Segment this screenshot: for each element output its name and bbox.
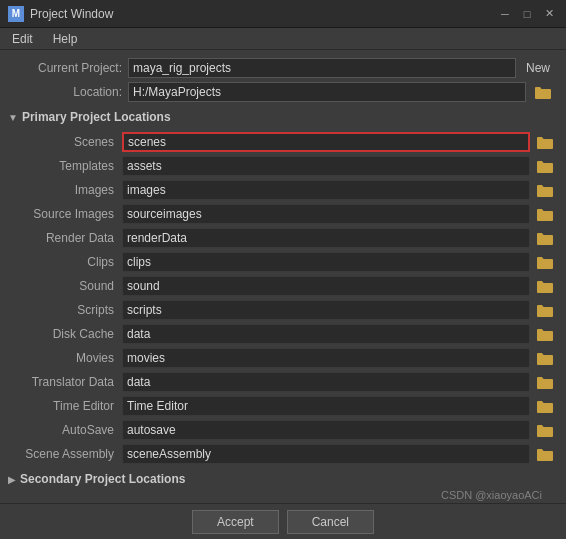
loc-label-11: Time Editor [0, 399, 118, 413]
loc-folder-btn-1[interactable] [534, 156, 556, 176]
loc-input-2[interactable] [122, 180, 530, 200]
loc-label-2: Images [0, 183, 118, 197]
location-row-5: Clips [0, 250, 564, 274]
loc-label-0: Scenes [0, 135, 118, 149]
accept-button[interactable]: Accept [192, 510, 279, 534]
folder-icon [537, 280, 553, 293]
loc-input-8[interactable] [122, 324, 530, 344]
main-content: Current Project: New Location: ▼ Primary… [0, 50, 566, 539]
loc-input-9[interactable] [122, 348, 530, 368]
menu-edit[interactable]: Edit [8, 30, 37, 48]
secondary-section-title: Secondary Project Locations [20, 472, 185, 486]
location-row-4: Render Data [0, 226, 564, 250]
location-row-6: Sound [0, 274, 564, 298]
loc-input-0[interactable] [122, 132, 530, 152]
scroll-container[interactable]: ▼ Primary Project Locations ScenesTempla… [0, 106, 566, 503]
loc-input-11[interactable] [122, 396, 530, 416]
loc-label-8: Disk Cache [0, 327, 118, 341]
current-project-label: Current Project: [12, 61, 122, 75]
loc-folder-btn-10[interactable] [534, 372, 556, 392]
loc-label-6: Sound [0, 279, 118, 293]
title-bar: M Project Window ─ □ ✕ [0, 0, 566, 28]
current-project-input[interactable] [128, 58, 516, 78]
loc-folder-btn-12[interactable] [534, 420, 556, 440]
location-folder-button[interactable] [532, 82, 554, 102]
folder-icon [537, 328, 553, 341]
loc-folder-btn-3[interactable] [534, 204, 556, 224]
location-row-11: Time Editor [0, 394, 564, 418]
location-row-3: Source Images [0, 202, 564, 226]
location-row-8: Disk Cache [0, 322, 564, 346]
location-row-12: AutoSave [0, 418, 564, 442]
loc-folder-btn-9[interactable] [534, 348, 556, 368]
loc-label-10: Translator Data [0, 375, 118, 389]
folder-icon [537, 352, 553, 365]
loc-folder-btn-8[interactable] [534, 324, 556, 344]
loc-folder-btn-13[interactable] [534, 444, 556, 464]
secondary-section-arrow: ▶ [8, 474, 16, 485]
loc-input-4[interactable] [122, 228, 530, 248]
location-row-13: Scene Assembly [0, 442, 564, 466]
new-button[interactable]: New [522, 59, 554, 77]
folder-icon [537, 400, 553, 413]
secondary-section-header[interactable]: ▶ Secondary Project Locations [0, 468, 564, 490]
menu-bar: Edit Help [0, 28, 566, 50]
loc-input-7[interactable] [122, 300, 530, 320]
loc-input-12[interactable] [122, 420, 530, 440]
loc-label-1: Templates [0, 159, 118, 173]
loc-input-5[interactable] [122, 252, 530, 272]
folder-icon [537, 256, 553, 269]
loc-folder-btn-11[interactable] [534, 396, 556, 416]
maximize-button[interactable]: □ [518, 6, 536, 22]
folder-icon [537, 184, 553, 197]
location-row-7: Scripts [0, 298, 564, 322]
loc-input-6[interactable] [122, 276, 530, 296]
loc-folder-btn-2[interactable] [534, 180, 556, 200]
loc-input-13[interactable] [122, 444, 530, 464]
folder-icon [537, 376, 553, 389]
title-bar-left: M Project Window [8, 6, 113, 22]
loc-folder-btn-7[interactable] [534, 300, 556, 320]
loc-label-4: Render Data [0, 231, 118, 245]
loc-label-9: Movies [0, 351, 118, 365]
loc-input-10[interactable] [122, 372, 530, 392]
loc-input-3[interactable] [122, 204, 530, 224]
folder-icon [537, 304, 553, 317]
primary-locations: ScenesTemplatesImagesSource ImagesRender… [0, 128, 564, 468]
folder-icon [537, 160, 553, 173]
location-input[interactable] [128, 82, 526, 102]
current-project-row: Current Project: New [12, 58, 554, 78]
app-icon: M [8, 6, 24, 22]
scroll-area: ▼ Primary Project Locations ScenesTempla… [0, 106, 566, 503]
folder-icon [537, 208, 553, 221]
loc-folder-btn-5[interactable] [534, 252, 556, 272]
location-row: Location: [12, 82, 554, 102]
folder-icon [535, 86, 551, 99]
minimize-button[interactable]: ─ [496, 6, 514, 22]
location-row-0: Scenes [0, 130, 564, 154]
bottom-bar: Accept Cancel [0, 503, 566, 539]
loc-label-7: Scripts [0, 303, 118, 317]
menu-help[interactable]: Help [49, 30, 82, 48]
folder-icon [537, 448, 553, 461]
location-label: Location: [12, 85, 122, 99]
location-row-1: Templates [0, 154, 564, 178]
loc-folder-btn-4[interactable] [534, 228, 556, 248]
loc-label-5: Clips [0, 255, 118, 269]
primary-section-arrow: ▼ [8, 112, 18, 123]
close-button[interactable]: ✕ [540, 6, 558, 22]
cancel-button[interactable]: Cancel [287, 510, 374, 534]
loc-label-12: AutoSave [0, 423, 118, 437]
loc-folder-btn-6[interactable] [534, 276, 556, 296]
loc-folder-btn-0[interactable] [534, 132, 556, 152]
primary-section-header[interactable]: ▼ Primary Project Locations [0, 106, 564, 128]
loc-input-1[interactable] [122, 156, 530, 176]
folder-icon [537, 136, 553, 149]
location-row-2: Images [0, 178, 564, 202]
primary-section-title: Primary Project Locations [22, 110, 171, 124]
folder-icon [537, 232, 553, 245]
loc-label-3: Source Images [0, 207, 118, 221]
loc-label-13: Scene Assembly [0, 447, 118, 461]
folder-icon [537, 424, 553, 437]
window-controls: ─ □ ✕ [496, 6, 558, 22]
